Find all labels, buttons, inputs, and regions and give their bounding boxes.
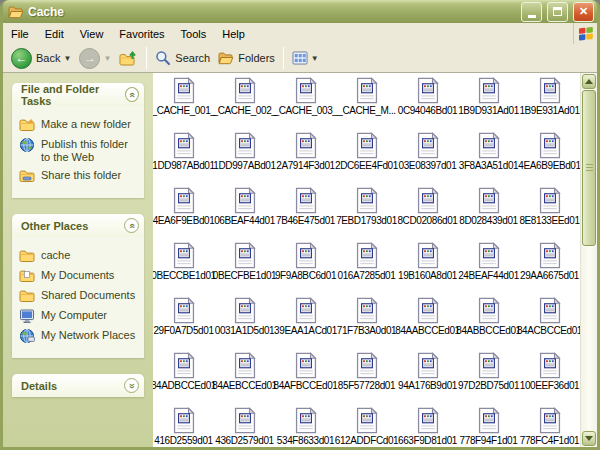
up-button[interactable] — [115, 48, 142, 68]
file-label: 24BEAF44d01 — [458, 270, 519, 281]
scroll-up-button[interactable] — [582, 74, 596, 89]
file-item[interactable]: 534F8633d01 — [275, 405, 336, 447]
place-cache[interactable]: cache — [19, 249, 140, 264]
file-item[interactable]: 3F8A3A51d01 — [458, 130, 519, 185]
task-make-new-folder[interactable]: Make a new folder — [19, 118, 140, 133]
share-folder-icon — [19, 168, 35, 184]
file-item[interactable]: _CACHE_M... — [336, 75, 397, 130]
folders-button[interactable]: Folders — [214, 48, 279, 68]
place-shared-documents[interactable]: Shared Documents — [19, 289, 140, 304]
file-item[interactable]: 0BECFBE1d01 — [214, 240, 275, 295]
file-icon — [172, 297, 196, 324]
file-item[interactable]: 7B46E475d01 — [275, 185, 336, 240]
file-item[interactable]: _CACHE_003_ — [275, 75, 336, 130]
file-icon — [416, 297, 440, 324]
pane-header-details[interactable]: Details « — [12, 374, 144, 397]
file-item[interactable]: 2A7914F3d01 — [275, 130, 336, 185]
file-item[interactable]: 9F9A8BC6d01 — [275, 240, 336, 295]
file-item[interactable]: 85F57728d01 — [336, 350, 397, 405]
file-item[interactable]: 8E8133EEd01 — [519, 185, 580, 240]
menu-favorites[interactable]: Favorites — [111, 24, 172, 44]
collapse-chevron-icon[interactable]: « — [124, 218, 139, 233]
file-item[interactable]: 24BEAF44d01 — [458, 240, 519, 295]
file-item[interactable]: 39EAA1ACd01 — [275, 295, 336, 350]
close-button[interactable]: ✕ — [573, 2, 594, 22]
file-item[interactable]: 84AEBCCEd01 — [214, 350, 275, 405]
file-item[interactable]: 84ABBCCEd01 — [458, 295, 519, 350]
place-my-documents[interactable]: My Documents — [19, 269, 140, 284]
collapse-chevron-icon[interactable]: « — [125, 87, 139, 102]
menu-help[interactable]: Help — [214, 24, 253, 44]
search-label: Search — [175, 52, 210, 64]
toolbar-separator — [283, 47, 284, 69]
forward-button[interactable]: → ▼ — [75, 46, 115, 71]
file-item[interactable]: 7EBD1793d01 — [336, 185, 397, 240]
file-icon — [294, 297, 318, 324]
file-item[interactable]: 84ACBCCEd01 — [519, 295, 580, 350]
file-item[interactable]: 94A176B9d01 — [397, 350, 458, 405]
file-item[interactable]: 1DD997ABd01 — [214, 130, 275, 185]
menu-file[interactable]: File — [3, 24, 37, 44]
task-publish-to-web[interactable]: Publish this folder to the Web — [19, 138, 140, 164]
file-item[interactable]: 4EA6F9EBd01 — [153, 185, 214, 240]
file-item[interactable]: 612ADDFCd01 — [336, 405, 397, 447]
file-item[interactable]: 416D2559d01 — [153, 405, 214, 447]
file-icon — [294, 242, 318, 269]
file-label: 71F7B3A0d01 — [337, 325, 397, 336]
forward-dropdown-icon[interactable]: ▼ — [103, 54, 111, 63]
file-item[interactable]: 97D2BD75d01 — [458, 350, 519, 405]
expand-chevron-icon[interactable]: « — [124, 378, 139, 393]
scroll-down-button[interactable] — [582, 431, 596, 446]
file-item[interactable]: 016A7285d01 — [336, 240, 397, 295]
file-item[interactable]: 1DD987ABd01 — [153, 130, 214, 185]
file-item[interactable]: 84AFBCCEd01 — [275, 350, 336, 405]
search-button[interactable]: Search — [151, 48, 214, 68]
file-item[interactable]: 84ADBCCEd01 — [153, 350, 214, 405]
file-item[interactable]: 06BEAF44d01 — [214, 185, 275, 240]
file-item[interactable]: 0C94046Bd01 — [397, 75, 458, 130]
file-item[interactable]: 1B9D931Ad01 — [458, 75, 519, 130]
file-item[interactable]: _CACHE_002_ — [214, 75, 275, 130]
views-dropdown-icon[interactable]: ▼ — [311, 54, 319, 63]
titlebar[interactable]: Cache ✕ — [3, 0, 597, 23]
file-item[interactable]: 29F0A7D5d01 — [153, 295, 214, 350]
file-icon — [172, 77, 196, 104]
file-item[interactable]: 100EEF36d01 — [519, 350, 580, 405]
menu-tools[interactable]: Tools — [173, 24, 215, 44]
task-share-folder[interactable]: Share this folder — [19, 169, 140, 184]
place-my-computer[interactable]: My Computer — [19, 309, 140, 324]
vertical-scrollbar[interactable] — [580, 73, 597, 447]
file-item[interactable]: 71F7B3A0d01 — [336, 295, 397, 350]
pane-header-file-folder-tasks[interactable]: File and Folder Tasks « — [12, 83, 144, 106]
file-item[interactable]: 663F9D81d01 — [397, 405, 458, 447]
file-item[interactable]: 0031A1D5d01 — [214, 295, 275, 350]
file-item[interactable]: 436D2579d01 — [214, 405, 275, 447]
menu-view[interactable]: View — [72, 24, 112, 44]
file-item[interactable]: 8D028439d01 — [458, 185, 519, 240]
file-label: 8D028439d01 — [459, 215, 517, 226]
maximize-button[interactable] — [547, 2, 568, 22]
pane-header-other-places[interactable]: Other Places « — [12, 214, 144, 237]
file-item[interactable]: 19B160A8d01 — [397, 240, 458, 295]
back-button[interactable]: ← Back ▼ — [7, 46, 75, 71]
place-my-network-places[interactable]: My Network Places — [19, 329, 140, 344]
menu-edit[interactable]: Edit — [37, 24, 72, 44]
scrollbar-thumb[interactable] — [582, 90, 596, 246]
file-item[interactable]: 778FC4F1d01 — [519, 405, 580, 447]
file-item[interactable]: 0BECCBE1d01 — [153, 240, 214, 295]
file-item[interactable]: 1B9E931Ad01 — [519, 75, 580, 130]
file-item[interactable]: 778F94F1d01 — [458, 405, 519, 447]
minimize-button[interactable] — [521, 2, 542, 22]
file-item[interactable]: 8CD02086d01 — [397, 185, 458, 240]
file-item[interactable]: 2DC6EE4Fd01 — [336, 130, 397, 185]
views-button[interactable]: ▼ — [288, 48, 323, 68]
back-dropdown-icon[interactable]: ▼ — [63, 54, 71, 63]
file-item[interactable]: 03E08397d01 — [397, 130, 458, 185]
file-item[interactable]: _CACHE_001_ — [153, 75, 214, 130]
file-icon — [538, 187, 562, 214]
file-item[interactable]: 84AABCCEd01 — [397, 295, 458, 350]
file-icon — [477, 297, 501, 324]
file-item[interactable]: 4EA6B9EBd01 — [519, 130, 580, 185]
file-item[interactable]: 29AA6675d01 — [519, 240, 580, 295]
file-label: 7B46E475d01 — [276, 215, 335, 226]
